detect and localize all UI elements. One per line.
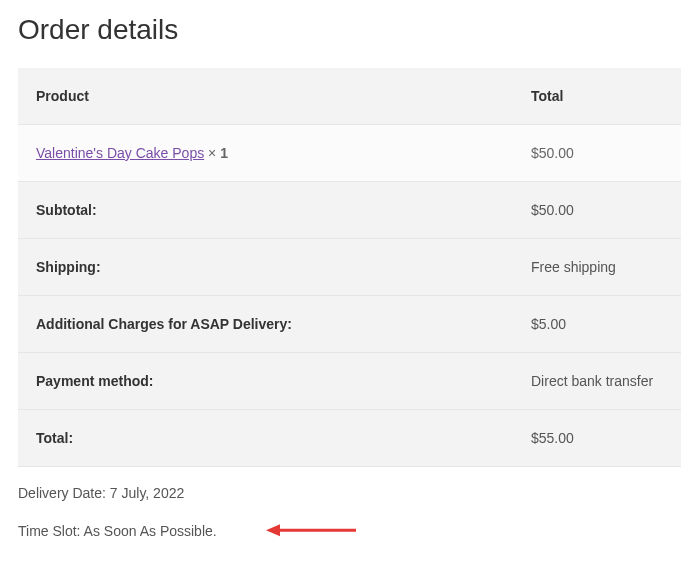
order-details-table: Product Total Valentine's Day Cake Pops … [18, 68, 681, 467]
product-qty-prefix: × [204, 145, 220, 161]
annotation-arrow-icon [266, 523, 356, 537]
total-label: Total: [18, 410, 513, 467]
shipping-value: Free shipping [513, 239, 681, 296]
payment-value: Direct bank transfer [513, 353, 681, 410]
asap-value: $5.00 [513, 296, 681, 353]
col-header-total: Total [513, 68, 681, 125]
product-price: $50.00 [513, 125, 681, 182]
svg-marker-3 [266, 524, 280, 536]
col-header-product: Product [18, 68, 513, 125]
shipping-label: Shipping: [18, 239, 513, 296]
delivery-date: Delivery Date: 7 July, 2022 [18, 485, 681, 501]
order-item-row: Valentine's Day Cake Pops × 1 $50.00 [18, 125, 681, 182]
payment-label: Payment method: [18, 353, 513, 410]
asap-value-text: $5.00 [531, 316, 566, 332]
product-link[interactable]: Valentine's Day Cake Pops [36, 145, 204, 161]
subtotal-label: Subtotal: [18, 182, 513, 239]
total-value: $55.00 [513, 410, 681, 467]
asap-label: Additional Charges for ASAP Delivery: [18, 296, 513, 353]
time-slot: Time Slot: As Soon As Possible. [18, 523, 217, 539]
product-qty: 1 [220, 145, 228, 161]
subtotal-value: $50.00 [513, 182, 681, 239]
page-title: Order details [18, 14, 681, 46]
